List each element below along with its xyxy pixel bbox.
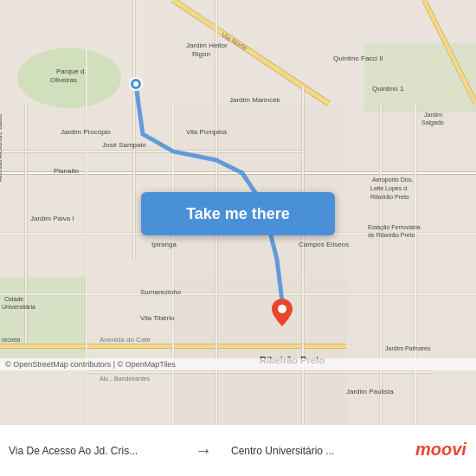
svg-text:recreio: recreio: [2, 337, 21, 343]
svg-text:Jardim Procópio: Jardim Procópio: [61, 128, 111, 136]
svg-text:José Sampaio: José Sampaio: [102, 141, 146, 149]
svg-text:Jardim Marincek: Jardim Marincek: [229, 96, 281, 104]
svg-text:Vila Pompéia: Vila Pompéia: [186, 128, 228, 136]
svg-rect-10: [0, 277, 87, 363]
take-me-there-button[interactable]: Take me there: [141, 192, 335, 235]
bottom-bar: Via De Acesso Ao Jd. Cris... → Centro Un…: [0, 424, 476, 476]
svg-text:Vila Tibério: Vila Tibério: [140, 314, 175, 322]
svg-text:Leite Lopes d.: Leite Lopes d.: [370, 185, 408, 192]
moovit-logo: moovit: [407, 436, 476, 465]
svg-text:Quintino 1: Quintino 1: [372, 85, 404, 93]
svg-text:Avenida do Café: Avenida do Café: [100, 336, 151, 344]
direction-arrow: →: [184, 441, 222, 460]
svg-text:Cidade: Cidade: [4, 296, 23, 302]
svg-text:Quintino Facci II: Quintino Facci II: [333, 55, 383, 62]
svg-text:Rigon: Rigon: [192, 50, 210, 58]
svg-rect-11: [363, 43, 476, 113]
svg-text:Jardim Paulista: Jardim Paulista: [346, 388, 394, 396]
svg-point-79: [133, 81, 138, 87]
svg-text:moovit: moovit: [415, 440, 467, 459]
svg-text:Ribeirão Preto: Ribeirão Preto: [370, 194, 409, 200]
svg-text:Planalto: Planalto: [54, 167, 79, 175]
svg-text:Parque d.: Parque d.: [56, 68, 87, 75]
origin-label: Via De Acesso Ao Jd. Cris...: [0, 445, 184, 457]
moovit-logo-svg: moovit: [415, 436, 467, 460]
svg-text:Oliveiras: Oliveiras: [50, 76, 77, 84]
destination-pin: [272, 299, 293, 326]
svg-text:Salgado: Salgado: [421, 119, 444, 126]
svg-text:Sumarezinho: Sumarezinho: [140, 288, 182, 296]
map-container: Parque d. Oliveiras Jardim Heitor Rigon …: [0, 0, 476, 424]
svg-text:Universitária: Universitária: [2, 304, 35, 310]
svg-text:Estação Ferroviária: Estação Ferroviária: [368, 224, 421, 231]
svg-text:Álv... Bandeirantes: Álv... Bandeirantes: [100, 375, 151, 382]
origin-pin: [128, 76, 144, 92]
svg-text:Jardim Heitor: Jardim Heitor: [186, 42, 228, 49]
destination-label: Centro Universitário ...: [222, 445, 407, 457]
svg-text:Ipiranga: Ipiranga: [151, 241, 177, 248]
svg-rect-5: [346, 104, 476, 277]
svg-text:Aeroporto Dou.: Aeroporto Dou.: [372, 177, 414, 183]
svg-point-80: [278, 305, 286, 313]
svg-text:Jardim Paiva I: Jardim Paiva I: [30, 215, 74, 222]
map-attribution: © OpenStreetMap contributors | © OpenMap…: [0, 358, 476, 370]
svg-text:Jardim: Jardim: [424, 112, 442, 118]
svg-text:Avenida Alexandre Balbo: Avenida Alexandre Balbo: [0, 114, 3, 182]
svg-rect-7: [173, 277, 346, 424]
svg-text:Jardim Palmares: Jardim Palmares: [385, 345, 431, 351]
svg-text:de Ribeirão Preto: de Ribeirão Preto: [368, 232, 415, 238]
svg-text:Campos Elíseos: Campos Elíseos: [299, 241, 349, 248]
